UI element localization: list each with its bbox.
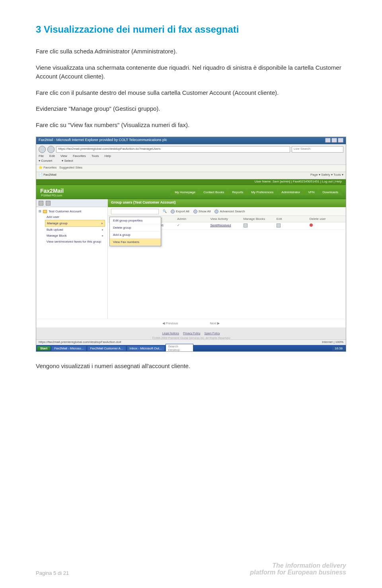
link-privacy[interactable]: Privacy Policy [183,332,201,335]
folder-icon [43,210,47,213]
pager: ◀ Previous Next ▶ [36,319,346,327]
window-title: Fax2Mail - Microsoft Internet Explorer p… [39,138,167,143]
paragraph-4: Evidenziare "Manage group" (Gestisci gru… [36,104,346,114]
cell-admin [177,223,210,228]
app-copyright: ©1998-2009 Premiere Global Services Inc.… [36,337,346,339]
menu-edit-group[interactable]: Edit group properties [110,217,161,224]
cell-blocks[interactable] [244,223,277,228]
advsearch-icon [214,210,218,214]
cell-edit[interactable] [277,223,310,228]
menu-favorites[interactable]: Favorites [73,154,86,158]
pager-next[interactable]: Next ▶ [210,321,220,325]
menu-delete-group[interactable]: Delete group [110,224,161,231]
tree-item-view-faxes[interactable]: View sent/received faxes for this group [45,239,105,245]
search-box[interactable]: Live Search [292,146,343,153]
app-footer-links: Legal Notices Privacy Policy Spam Policy [36,332,346,335]
tree-root-customer-account[interactable]: ⊟ Test Customer Account [39,209,105,214]
paragraph-5: Fare clic su "View fax numbers" (Visuali… [36,121,346,130]
favorites-label[interactable]: Favorites [43,166,57,169]
tree-item-bulk-upload[interactable]: Bulk upload▸ [45,227,105,233]
taskbar-item-3[interactable]: Inbox - Microsoft Out... [127,346,165,351]
link-legal[interactable]: Legal Notices [162,332,179,335]
expand-icon[interactable] [39,201,43,206]
back-button[interactable] [39,146,46,153]
panel-toolbar: 🔍 Export All Show All Advanced Search [108,207,346,216]
menu-tools[interactable]: Tools [92,154,99,158]
showall-icon [193,210,197,214]
close-button[interactable] [338,138,343,143]
suggested-sites[interactable]: Suggested Sites [59,166,82,169]
minimize-button[interactable] [325,138,331,143]
tab-contacts[interactable]: Contact Books [200,189,228,195]
col-activity[interactable]: View Activity [210,217,243,221]
pager-previous[interactable]: ◀ Previous [162,321,178,325]
paragraph-after: Vengono visualizzati i numeri assegnati … [36,362,346,371]
app-logo: Fax2Mail [40,188,64,194]
menu-file[interactable]: File [39,154,44,158]
taskbar-search[interactable]: Search Desktop [166,344,193,352]
taskbar-item-2[interactable]: Fax2Mail Customer A... [87,346,126,351]
convert-button[interactable]: ▾ Convert [39,159,56,163]
menu-add-group[interactable]: Add a group [110,231,161,239]
select-button[interactable]: ▾ Select [62,159,77,163]
menu-edit[interactable]: Edit [49,154,55,158]
tab-vfn[interactable]: VFN [304,189,318,195]
forward-button[interactable] [47,146,55,153]
context-menu: Edit group properties Delete group Add a… [109,217,161,246]
col-delete[interactable]: Delete user [310,217,343,221]
export-all-button[interactable]: Export All [171,210,189,214]
sidebar: ⊟ Test Customer Account Add user Manage … [36,199,108,327]
app-screenshot: Fax2Mail - Microsoft Internet Explorer p… [36,137,346,352]
search-icon[interactable]: 🔍 [163,210,167,213]
tree-item-manage-block[interactable]: Manage Block▸ [45,233,105,239]
paragraph-2: Viene visualizzata una schermata contene… [36,63,346,81]
panel-title: Group users (Test Customer Account) [108,199,346,207]
tab-reports[interactable]: Reports [228,189,247,195]
menu-help[interactable]: Help [104,154,111,158]
browser-tab[interactable]: 📄 Fax2Mail [39,173,57,178]
logo-subtitle: PGiMail PGi.com [41,194,64,197]
cell-activity[interactable]: Sent/Received [210,223,243,228]
refresh-icon[interactable] [46,201,51,206]
statusbar-url: https://fax2mail.premiereglobal.com/desk… [39,340,121,345]
taskbar-item-1[interactable]: Fax2Mail - Microso... [51,346,86,351]
tab-homepage[interactable]: My Homepage [171,189,199,195]
start-button[interactable]: Start [37,346,51,351]
cell-delete[interactable] [310,223,343,228]
menu-view-fax-numbers[interactable]: View Fax numbers [110,239,161,246]
sidebar-header [36,199,107,207]
tab-administrator[interactable]: Administrator [278,189,304,195]
app-body: ⊟ Test Customer Account Add user Manage … [36,199,346,327]
tab-downloads[interactable]: Downloads [319,189,342,195]
account-tree: ⊟ Test Customer Account Add user Manage … [36,207,107,246]
menu-view[interactable]: View [60,154,67,158]
user-info-bar: User Name: Sam [admin] | Fax#02345051451… [36,179,346,185]
col-blocks[interactable]: Manage Blocks [244,217,277,221]
advanced-search-button[interactable]: Advanced Search [214,210,245,214]
app-nav-tabs: My Homepage Contact Books Reports My Pre… [171,189,342,195]
window-controls [325,138,343,143]
system-tray[interactable]: 16:38 [332,346,345,351]
page-tools[interactable]: Page ▾ Safety ▾ Tools ▾ [310,173,343,178]
tree-item-add-user[interactable]: Add user [45,214,105,220]
window-titlebar: Fax2Mail - Microsoft Internet Explorer p… [36,137,346,144]
search-input[interactable] [111,209,159,214]
app-header: Fax2Mail PGiMail PGi.com My Homepage Con… [36,185,346,199]
tab-preferences[interactable]: My Preferences [248,189,277,195]
export-icon [171,210,175,214]
address-bar[interactable]: https://fax2mail.premiereglobal.com/desk… [56,146,290,153]
col-admin[interactable]: Admin [177,217,210,221]
link-spam[interactable]: Spam Policy [205,332,220,335]
page-number: Pagina 5 di 21 [36,570,69,576]
tree-item-manage-group[interactable]: Manage group▸ [45,220,105,227]
windows-taskbar: Start Fax2Mail - Microso... Fax2Mail Cus… [36,345,346,351]
paragraph-3: Fare clic con il pulsante destro del mou… [36,88,346,98]
browser-toolbar: https://fax2mail.premiereglobal.com/desk… [36,144,346,165]
page-footer: Pagina 5 di 21 The information delivery … [36,562,346,576]
favorites-bar: ⭐ Favorites Suggested Sites [36,165,346,172]
col-edit[interactable]: Edit [277,217,310,221]
maximize-button[interactable] [331,138,337,143]
statusbar-zone: Internet | 100% [322,340,343,345]
show-all-button[interactable]: Show All [193,210,211,214]
browser-tabs: 📄 Fax2Mail Page ▾ Safety ▾ Tools ▾ [36,172,346,179]
